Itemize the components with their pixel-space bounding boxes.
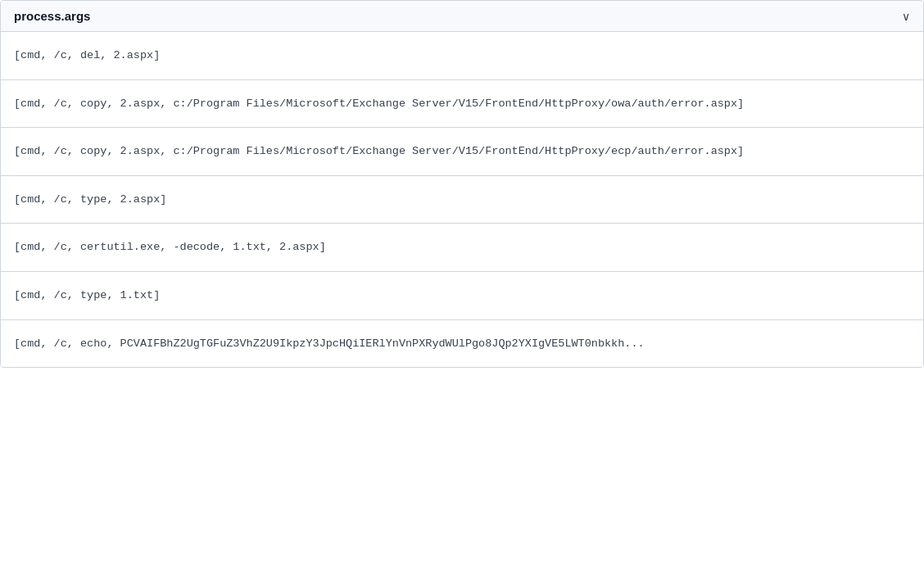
row-content: [cmd, /c, copy, 2.aspx, c:/Program Files… [14,97,744,110]
table-row: [cmd, /c, type, 1.txt] [1,272,923,320]
row-content: [cmd, /c, echo, PCVAIFBhZ2UgTGFuZ3VhZ2U9… [14,337,645,350]
row-content: [cmd, /c, certutil.exe, -decode, 1.txt, … [14,241,326,253]
table-row: [cmd, /c, del, 2.aspx] [1,32,923,80]
table-row: [cmd, /c, copy, 2.aspx, c:/Program Files… [1,80,923,129]
process-args-panel: process.args ∨ [cmd, /c, del, 2.aspx][cm… [0,0,924,368]
row-content: [cmd, /c, copy, 2.aspx, c:/Program Files… [14,145,744,157]
row-content: [cmd, /c, type, 1.txt] [14,289,160,301]
panel-header[interactable]: process.args ∨ [1,1,923,32]
row-content: [cmd, /c, type, 2.aspx] [14,193,166,206]
row-content: [cmd, /c, del, 2.aspx] [14,49,160,61]
rows-container: [cmd, /c, del, 2.aspx][cmd, /c, copy, 2.… [1,32,923,367]
panel-title: process.args [14,9,90,23]
table-row: [cmd, /c, echo, PCVAIFBhZ2UgTGFuZ3VhZ2U9… [1,320,923,368]
table-row: [cmd, /c, copy, 2.aspx, c:/Program Files… [1,128,923,176]
chevron-down-icon[interactable]: ∨ [902,10,910,23]
table-row: [cmd, /c, certutil.exe, -decode, 1.txt, … [1,224,923,272]
table-row: [cmd, /c, type, 2.aspx] [1,176,923,224]
